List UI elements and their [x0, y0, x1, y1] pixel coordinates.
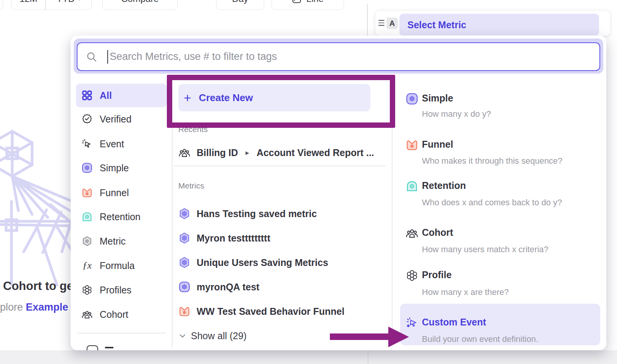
- sidebar-item-all[interactable]: All: [76, 84, 167, 107]
- background-divider-top: [367, 4, 368, 35]
- recents-divider: [174, 166, 386, 166]
- type-retention[interactable]: Retention: [422, 180, 466, 191]
- search-input[interactable]: Search Metrics, use # to filter to tags: [77, 42, 600, 71]
- metric-item-label: Myron testtttttttt: [197, 233, 270, 244]
- chevron-down-icon: [179, 334, 186, 338]
- simple-square-icon: [178, 281, 191, 293]
- metric-list-item[interactable]: Unique Users Saving Metrics: [178, 251, 328, 274]
- metric-query-row: A Select Metric: [375, 11, 610, 36]
- annotation-highlight-box: [167, 75, 395, 128]
- sidebar-item-funnel[interactable]: Funnel: [76, 181, 167, 205]
- text-cursor: [107, 50, 108, 64]
- explore-prefix-fragment: plore: [0, 301, 26, 313]
- line-chart-icon: [292, 0, 302, 4]
- sidebar-section-divider: [78, 333, 166, 333]
- sidebar-item-cohort[interactable]: Cohort: [76, 303, 167, 326]
- people-icon: [178, 147, 191, 159]
- type-retention-description: Who does x and comes back to do y?: [422, 198, 562, 208]
- spark-cursor-icon: [81, 138, 93, 150]
- sidebar-item-partial[interactable]: [76, 341, 167, 350]
- metric-item-label: Unique Users Saving Metrics: [197, 257, 328, 268]
- sidebar-item-profiles[interactable]: Profiles: [76, 278, 167, 302]
- simple-square-icon: [81, 162, 93, 174]
- toolbar-partial-button[interactable]: [0, 0, 3, 10]
- annotation-arrow-shaft: [330, 333, 389, 340]
- app-canvas: 12M YTD ▾ Compare Day Line Cohort to ge …: [0, 0, 617, 364]
- type-cohort[interactable]: Cohort: [422, 227, 453, 238]
- people-icon: [405, 227, 418, 241]
- drag-handle-icon[interactable]: [378, 20, 384, 27]
- range-12m-button[interactable]: 12M: [12, 0, 45, 4]
- show-all-label: Show all (29): [191, 330, 247, 341]
- grid-icon: [81, 90, 93, 101]
- sidebar-item-formula[interactable]: ƒx Formula: [76, 254, 167, 277]
- metric-item-label: myronQA test: [197, 282, 259, 293]
- date-range-group: 12M YTD ▾: [11, 0, 92, 10]
- retention-arch-icon: [405, 180, 418, 194]
- sidebar-item-retention[interactable]: Retention: [76, 205, 167, 229]
- recent-item[interactable]: Billing ID ▸ Account Viewed Report ...: [178, 141, 374, 164]
- sidebar-item-label: Cohort: [100, 309, 128, 320]
- hexagon-purple-icon: [178, 208, 191, 220]
- series-badge: A: [386, 18, 398, 29]
- sidebar-item-label: Simple: [100, 163, 129, 174]
- range-ytd-label: YTD: [57, 0, 75, 4]
- metric-item-label: WW Test Saved Behavior Funnel: [197, 306, 344, 317]
- type-funnel-description: Who makes it through this sequence?: [422, 156, 562, 166]
- metric-list-item[interactable]: Hans Testing saved metric: [178, 202, 317, 225]
- type-profile-description: How many x are there?: [422, 287, 509, 297]
- flower-icon: [405, 269, 418, 283]
- flower-icon: [81, 284, 93, 296]
- annotation-arrow-head: [388, 327, 409, 347]
- metrics-section-label: Metrics: [178, 181, 204, 190]
- background-illustration: [0, 126, 73, 286]
- background-bottom-strip: [0, 350, 617, 364]
- type-profile[interactable]: Profile: [422, 269, 452, 280]
- line-button-label: Line: [306, 0, 323, 4]
- type-simple[interactable]: Simple: [422, 93, 453, 104]
- sidebar-item-label: Retention: [100, 211, 141, 222]
- metric-list-item[interactable]: WW Test Saved Behavior Funnel: [178, 300, 344, 323]
- sidebar-item-label: Formula: [100, 260, 135, 271]
- type-simple-description: How many x do y?: [422, 109, 491, 119]
- type-cohort-description: How many users match x criteria?: [422, 245, 548, 254]
- recent-item-title: Account Viewed Report ...: [257, 147, 374, 158]
- sidebar-item-metric[interactable]: Metric: [76, 229, 167, 253]
- verified-badge-icon: [81, 113, 93, 125]
- example-link[interactable]: Example: [26, 301, 68, 313]
- sidebar-item-label: Event: [100, 139, 124, 150]
- sidebar-item-label: Metric: [100, 236, 126, 247]
- funnel-icon: [178, 305, 191, 317]
- type-custom-event[interactable]: Custom Event: [422, 317, 486, 328]
- sidebar-item-label: All: [100, 90, 112, 101]
- type-funnel[interactable]: Funnel: [422, 139, 453, 150]
- funnel-icon: [405, 139, 418, 153]
- search-icon: [86, 51, 97, 63]
- sidebar-item-verified[interactable]: Verified: [76, 107, 167, 131]
- sidebar-item-event[interactable]: Event: [76, 132, 167, 156]
- hexagon-gray-icon: [81, 235, 93, 247]
- day-button[interactable]: Day: [216, 0, 264, 10]
- hexagon-purple-icon: [178, 232, 191, 244]
- sidebar-item-simple[interactable]: Simple: [76, 156, 167, 180]
- show-all-toggle[interactable]: Show all (29): [179, 324, 247, 348]
- breadcrumb-arrow-icon: ▸: [246, 149, 249, 157]
- metric-item-label: Hans Testing saved metric: [197, 208, 317, 219]
- metric-list-item[interactable]: Myron testtttttttt: [178, 226, 270, 250]
- simple-square-icon: [405, 92, 418, 107]
- recent-item-prefix: Billing ID: [197, 147, 238, 158]
- caret-down-icon: ▾: [78, 0, 81, 2]
- search-placeholder: Search Metrics, use # to filter to tags: [110, 51, 277, 63]
- sidebar-item-label: Verified: [100, 114, 131, 125]
- fx-icon: ƒx: [81, 260, 93, 271]
- line-chart-type-button[interactable]: Line: [271, 0, 344, 10]
- type-custom-event-description: Build your own event definition.: [422, 334, 538, 344]
- people-icon: [81, 309, 93, 320]
- select-metric-field[interactable]: Select Metric: [399, 14, 599, 36]
- background-explore-line: plore Example: [0, 301, 73, 313]
- retention-arch-icon: [81, 211, 93, 222]
- metric-list-item[interactable]: myronQA test: [178, 275, 259, 299]
- compare-button[interactable]: Compare: [102, 0, 178, 10]
- funnel-icon: [81, 187, 93, 198]
- range-ytd-button[interactable]: YTD ▾: [46, 0, 92, 4]
